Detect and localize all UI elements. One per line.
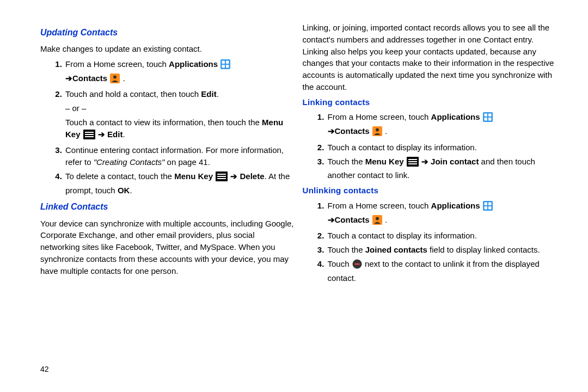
heading-unlinking-contacts: Unlinking contacts [303,185,557,197]
unlinking-steps: From a Home screen, touch Applications ➔… [303,200,557,284]
page-number: 42 [40,365,49,373]
heading-updating-contacts: Updating Contacts [40,26,295,39]
contacts-icon [110,74,120,87]
link-step-1: From a Home screen, touch Applications ➔… [327,111,557,139]
intro-text: Make changes to update an existing conta… [40,43,295,55]
step-3: Continue entering contact information. F… [64,144,295,168]
unlink-step-4: Touch next to the contact to unlink it f… [327,258,557,284]
unlink-step-1: From a Home screen, touch Applications ➔… [327,200,557,228]
left-column: Updating Contacts Make changes to update… [40,22,295,392]
link-step-2: Touch a contact to display its informati… [327,142,557,154]
linking-steps: From a Home screen, touch Applications ➔… [303,111,557,181]
applications-icon [220,59,230,72]
contacts-icon [372,126,382,139]
unlink-step-2: Touch a contact to display its informati… [327,230,557,242]
step-4: To delete a contact, touch the Menu Key … [64,170,295,197]
manual-page: Updating Contacts Make changes to update… [0,0,588,392]
right-column: Linking, or joining, imported contact re… [303,22,557,392]
menu-key-icon [216,171,228,185]
applications-icon [483,201,493,214]
unlink-step-3: Touch the Joined contacts field to displ… [327,244,557,256]
link-step-3: Touch the Menu Key ➔ Join contact and th… [327,156,557,182]
linking-intro-paragraph: Linking, or joining, imported contact re… [303,22,557,93]
menu-key-icon [407,157,419,170]
heading-linked-contacts: Linked Contacts [40,200,295,213]
updating-steps: From a Home screen, touch Applications ➔… [40,58,295,197]
contacts-icon [372,215,382,228]
step-1: From a Home screen, touch Applications ➔… [64,58,295,87]
heading-linking-contacts: Linking contacts [303,96,557,108]
linked-contacts-paragraph: Your device can synchronize with multipl… [40,218,295,277]
menu-key-icon [83,130,95,143]
or-divider: – or – [65,102,295,114]
step-2: Touch and hold a contact, then touch Edi… [64,88,295,142]
minus-badge-icon [352,259,362,272]
applications-icon [483,112,493,125]
